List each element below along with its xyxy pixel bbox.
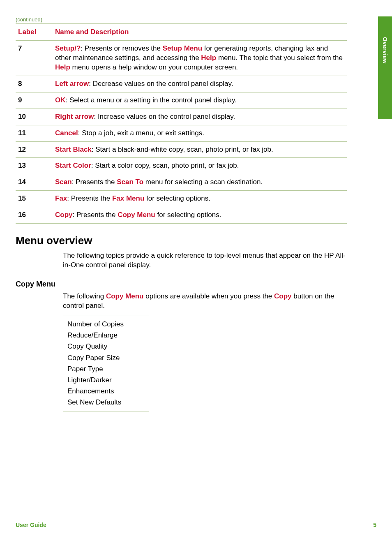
- row-label: 9: [16, 92, 53, 109]
- table-row: 9OK: Select a menu or a setting in the c…: [16, 92, 347, 109]
- term: Copy: [55, 211, 73, 219]
- footer-guide: User Guide: [16, 522, 46, 528]
- table-row: 7Setup/?: Presents or removes the Setup …: [16, 40, 347, 76]
- footer-page: 5: [373, 522, 376, 528]
- page-content: (continued) Label Name and Description 7…: [16, 16, 347, 411]
- table-row: 11Cancel: Stop a job, exit a menu, or ex…: [16, 125, 347, 141]
- subsection-intro: The following Copy Menu options are avai…: [63, 292, 347, 311]
- row-description: OK: Select a menu or a setting in the co…: [53, 92, 347, 109]
- subsection-title: Copy Menu: [16, 280, 347, 289]
- menu-item: Enhancements: [67, 386, 145, 397]
- row-label: 12: [16, 141, 53, 158]
- row-description: Scan: Presents the Scan To menu for sele…: [53, 174, 347, 191]
- section-title: Menu overview: [16, 234, 347, 247]
- row-label: 16: [16, 207, 53, 224]
- term: Help: [201, 54, 216, 62]
- row-label: 11: [16, 125, 53, 141]
- row-label: 15: [16, 191, 53, 207]
- row-label: 14: [16, 174, 53, 191]
- term: Copy Menu: [106, 292, 144, 300]
- continued-label: (continued): [16, 16, 347, 23]
- table-row: 13Start Color: Start a color copy, scan,…: [16, 158, 347, 174]
- table-row: 16Copy: Presents the Copy Menu for selec…: [16, 207, 347, 224]
- term: Setup/?: [55, 44, 81, 52]
- term: Start Color: [55, 162, 91, 169]
- row-description: Setup/?: Presents or removes the Setup M…: [53, 40, 347, 76]
- term: Help: [55, 63, 70, 71]
- row-label: 10: [16, 109, 53, 125]
- row-label: 8: [16, 76, 53, 92]
- row-label: 7: [16, 40, 53, 76]
- side-tab-label: Overview: [382, 37, 388, 64]
- side-tab: Overview: [378, 16, 392, 119]
- menu-item: Set New Defaults: [67, 397, 145, 408]
- section-intro: The following topics provide a quick ref…: [63, 251, 347, 270]
- row-description: Right arrow: Increase values on the cont…: [53, 109, 347, 125]
- menu-item: Copy Paper Size: [67, 352, 145, 363]
- table-row: 8Left arrow: Decrease values on the cont…: [16, 76, 347, 92]
- term: Scan To: [117, 178, 143, 186]
- table-row: 15Fax: Presents the Fax Menu for selecti…: [16, 191, 347, 207]
- menu-item: Number of Copies: [67, 319, 145, 330]
- menu-item: Reduce/Enlarge: [67, 330, 145, 341]
- row-description: Start Color: Start a color copy, scan, p…: [53, 158, 347, 174]
- row-description: Left arrow: Decrease values on the contr…: [53, 76, 347, 92]
- term: OK: [55, 96, 66, 104]
- menu-item: Paper Type: [67, 363, 145, 374]
- term: Right arrow: [55, 113, 94, 120]
- table-header-row: Label Name and Description: [16, 24, 347, 40]
- term: Cancel: [55, 129, 78, 137]
- menu-item: Copy Quality: [67, 341, 145, 352]
- row-label: 13: [16, 158, 53, 174]
- row-description: Copy: Presents the Copy Menu for selecti…: [53, 207, 347, 224]
- term: Fax: [55, 194, 67, 202]
- page-footer: User Guide 5: [16, 522, 376, 528]
- term: Left arrow: [55, 80, 89, 88]
- row-description: Cancel: Stop a job, exit a menu, or exit…: [53, 125, 347, 141]
- row-description: Fax: Presents the Fax Menu for selecting…: [53, 191, 347, 207]
- term: Setup Menu: [163, 44, 202, 52]
- th-label: Label: [16, 24, 53, 40]
- control-panel-table: Label Name and Description 7Setup/?: Pre…: [16, 23, 347, 224]
- term: Copy: [274, 292, 292, 300]
- table-row: 10Right arrow: Increase values on the co…: [16, 109, 347, 125]
- term: Fax Menu: [112, 194, 144, 202]
- row-description: Start Black: Start a black-and-white cop…: [53, 141, 347, 158]
- th-desc: Name and Description: [53, 24, 347, 40]
- term: Scan: [55, 178, 72, 186]
- term: Copy Menu: [118, 211, 155, 219]
- copy-menu-box: Number of CopiesReduce/EnlargeCopy Quali…: [63, 316, 149, 412]
- term: Start Black: [55, 146, 92, 153]
- table-row: 12Start Black: Start a black-and-white c…: [16, 141, 347, 158]
- table-row: 14Scan: Presents the Scan To menu for se…: [16, 174, 347, 191]
- menu-item: Lighter/Darker: [67, 374, 145, 386]
